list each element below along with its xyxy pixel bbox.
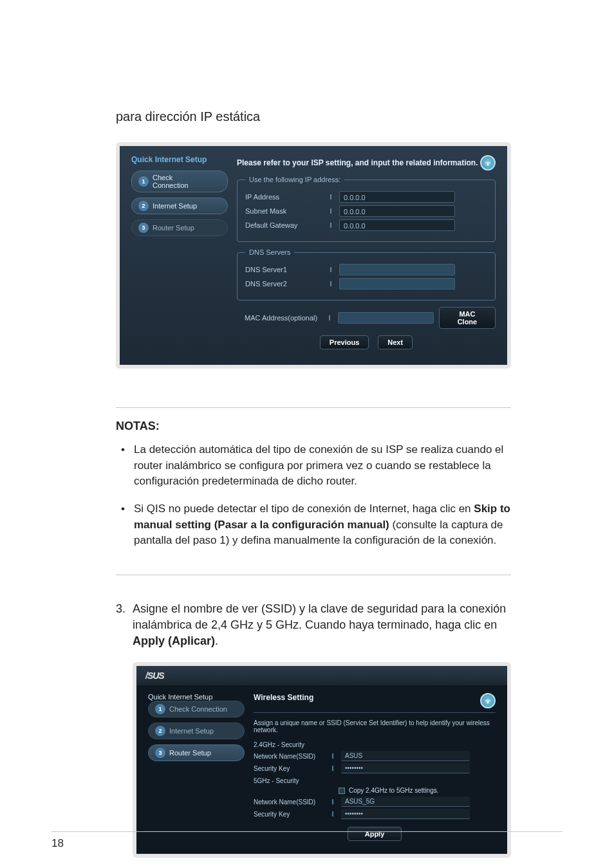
edit-icon: I (330, 810, 336, 818)
subnet-mask-input[interactable]: 0.0.0.0 (339, 205, 455, 217)
field-label: Network Name(SSID) (254, 799, 324, 806)
previous-button[interactable]: Previous (320, 335, 369, 349)
footer-divider (51, 831, 563, 832)
step-label: Internet Setup (153, 202, 197, 210)
step-number-icon: 1 (155, 704, 165, 714)
wifi-status-icon (480, 155, 496, 171)
note-item: La detección automática del tipo de cone… (116, 442, 511, 490)
edit-icon: I (328, 207, 334, 215)
mac-address-row: MAC Address(optional) I MAC Clone (245, 307, 496, 329)
edit-icon: I (330, 752, 336, 760)
key-24-row: Security Key I •••••••• (254, 763, 496, 773)
step-router-setup[interactable]: 3 Router Setup (148, 744, 245, 761)
ip-address-row: IP Address I 0.0.0.0 (245, 191, 487, 203)
wifi-status-icon (480, 693, 496, 708)
screenshot-wireless-setting: /SUS Quick Internet Setup 1 Check Connec… (133, 662, 511, 858)
ssid-5-input[interactable]: ASUS_5G (341, 797, 470, 807)
asus-logo: /SUS (145, 670, 164, 681)
screenshot-static-ip: Quick Internet Setup 1 Check Connection … (116, 142, 511, 369)
edit-icon: I (330, 798, 336, 806)
step-check-connection[interactable]: 1 Check Connection (131, 171, 228, 192)
step-label: Check Connection (169, 705, 227, 713)
mac-address-input[interactable] (338, 312, 434, 324)
dns2-row: DNS Server2 I (245, 278, 487, 290)
step-internet-setup[interactable]: 2 Internet Setup (148, 723, 245, 739)
qis-sidebar: Quick Internet Setup 1 Check Connection … (131, 155, 228, 349)
qis-sidebar: Quick Internet Setup 1 Check Connection … (148, 693, 245, 841)
edit-icon: I (328, 193, 334, 201)
panel-instruction: Please refer to your ISP setting, and in… (237, 158, 478, 167)
ip-address-input[interactable]: 0.0.0.0 (339, 191, 455, 203)
checkbox-icon[interactable] (339, 788, 345, 794)
ssid-5-row: Network Name(SSID) I ASUS_5G (254, 797, 496, 807)
section-title: para dirección IP estática (116, 109, 511, 124)
step-number-icon: 2 (155, 726, 165, 736)
step-label: Router Setup (169, 749, 211, 757)
key-5-input[interactable]: •••••••• (341, 809, 470, 819)
field-label: Security Key (254, 765, 324, 772)
key-5-row: Security Key I •••••••• (254, 809, 496, 819)
key-24-input[interactable]: •••••••• (341, 763, 470, 773)
notes-heading: NOTAS: (116, 420, 511, 433)
step-label: Router Setup (153, 224, 194, 232)
field-label: DNS Server2 (245, 280, 322, 288)
page-number: 18 (51, 837, 64, 850)
field-label: Subnet Mask (245, 207, 322, 215)
step-number-icon: 2 (138, 201, 149, 211)
step-3-instruction: 3. Asigne el nombre de ver (SSID) y la c… (116, 601, 511, 650)
edit-icon: I (328, 280, 334, 288)
default-gateway-input[interactable]: 0.0.0.0 (339, 219, 455, 231)
dns2-input[interactable] (339, 278, 455, 290)
copy-settings-label: Copy 2.4GHz to 5GHz settings. (349, 787, 439, 794)
copy-settings-row[interactable]: Copy 2.4GHz to 5GHz settings. (339, 787, 496, 794)
dns-servers-group: DNS Servers DNS Server1 I DNS Server2 I (237, 248, 496, 300)
edit-icon: I (326, 314, 333, 322)
step-label: Check Connection (153, 174, 189, 189)
field-label: MAC Address(optional) (245, 314, 321, 322)
field-label: Default Gateway (245, 221, 322, 229)
dns1-row: DNS Server1 I (245, 264, 487, 275)
step-label: Internet Setup (169, 727, 214, 735)
dns1-input[interactable] (339, 264, 455, 275)
mac-clone-button[interactable]: MAC Clone (439, 307, 496, 329)
ssid-24-row: Network Name(SSID) I ASUS (254, 751, 496, 761)
step-number-icon: 1 (138, 176, 149, 187)
edit-icon: I (328, 221, 334, 229)
panel-heading: Wireless Setting (254, 693, 313, 708)
sidebar-title: Quick Internet Setup (148, 693, 245, 701)
subnet-mask-row: Subnet Mask I 0.0.0.0 (245, 205, 487, 217)
ip-legend: Use the following IP address: (245, 176, 344, 183)
panel-description: Assign a unique name or SSID (Service Se… (254, 719, 496, 734)
field-label: Security Key (254, 811, 324, 818)
step-internet-setup[interactable]: 2 Internet Setup (131, 198, 228, 214)
apply-button[interactable]: Apply (348, 827, 402, 841)
dns-legend: DNS Servers (245, 248, 294, 256)
step-number-icon: 3 (155, 748, 165, 758)
note-item: Si QIS no puede detectar el tipo de cone… (116, 501, 511, 549)
edit-icon: I (328, 266, 334, 273)
ip-address-group: Use the following IP address: IP Address… (237, 176, 496, 242)
next-button[interactable]: Next (378, 335, 413, 349)
step-number-icon: 3 (138, 223, 149, 233)
field-label: Network Name(SSID) (254, 753, 324, 760)
ssid-24-input[interactable]: ASUS (341, 751, 470, 761)
step-number: 3. (116, 601, 133, 650)
field-label: DNS Server1 (245, 266, 322, 273)
step-check-connection[interactable]: 1 Check Connection (148, 701, 245, 717)
notes-section: NOTAS: La detección automática del tipo … (116, 407, 511, 575)
default-gateway-row: Default Gateway I 0.0.0.0 (245, 219, 487, 231)
edit-icon: I (330, 764, 336, 772)
group-5ghz-title: 5GHz - Security (254, 777, 496, 784)
sidebar-title: Quick Internet Setup (131, 155, 228, 164)
step-router-setup[interactable]: 3 Router Setup (131, 219, 228, 236)
group-24ghz-title: 2.4GHz - Security (254, 741, 496, 748)
field-label: IP Address (245, 193, 322, 201)
